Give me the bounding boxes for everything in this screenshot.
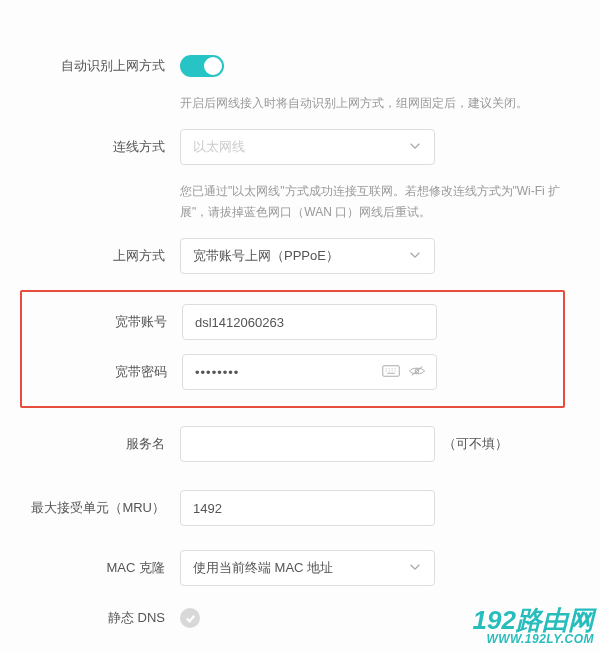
static-dns-label: 静态 DNS — [30, 609, 180, 627]
broadband-password-label: 宽带密码 — [32, 363, 182, 381]
pppoe-credentials-highlight: 宽带账号 宽带密码 — [20, 290, 565, 408]
internet-mode-label: 上网方式 — [30, 247, 180, 265]
broadband-account-input[interactable] — [195, 315, 424, 330]
connection-mode-hint: 您已通过"以太网线"方式成功连接互联网。若想修改连线方式为"Wi-Fi 扩展"，… — [180, 181, 570, 222]
auto-detect-toggle[interactable] — [180, 55, 224, 77]
chevron-down-icon — [408, 560, 422, 577]
connection-mode-value: 以太网线 — [193, 138, 245, 156]
chevron-down-icon — [408, 139, 422, 156]
internet-mode-value: 宽带账号上网（PPPoE） — [193, 247, 339, 265]
static-dns-checkbox[interactable] — [180, 608, 200, 628]
broadband-account-label: 宽带账号 — [32, 313, 182, 331]
check-icon — [185, 613, 196, 624]
connection-mode-select: 以太网线 — [180, 129, 435, 165]
internet-mode-select[interactable]: 宽带账号上网（PPPoE） — [180, 238, 435, 274]
auto-detect-hint: 开启后网线接入时将自动识别上网方式，组网固定后，建议关闭。 — [180, 93, 570, 113]
mac-clone-value: 使用当前终端 MAC 地址 — [193, 559, 333, 577]
auto-detect-label: 自动识别上网方式 — [30, 57, 180, 75]
service-name-label: 服务名 — [30, 435, 180, 453]
mru-label: 最大接受单元（MRU） — [30, 499, 180, 517]
connection-mode-label: 连线方式 — [30, 138, 180, 156]
mru-input[interactable] — [193, 501, 422, 516]
service-name-input[interactable] — [193, 437, 422, 452]
service-name-suffix: （可不填） — [443, 435, 508, 453]
svg-rect-0 — [383, 365, 400, 376]
eye-hidden-icon[interactable] — [408, 364, 426, 381]
keyboard-icon[interactable] — [382, 364, 400, 381]
mac-clone-select[interactable]: 使用当前终端 MAC 地址 — [180, 550, 435, 586]
chevron-down-icon — [408, 248, 422, 265]
mac-clone-label: MAC 克隆 — [30, 559, 180, 577]
